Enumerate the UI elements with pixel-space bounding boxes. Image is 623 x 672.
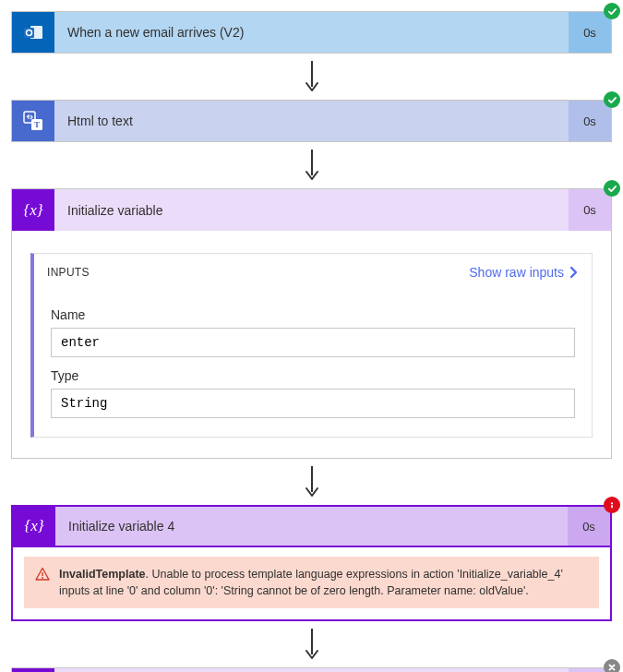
variable-icon: {x} [12, 189, 54, 231]
svg-point-9 [611, 502, 613, 504]
inputs-panel: INPUTS Show raw inputs Name Type [30, 253, 593, 438]
status-badge-success [604, 91, 620, 108]
status-badge-skipped [604, 659, 620, 672]
show-raw-inputs-link[interactable]: Show raw inputs [469, 265, 579, 280]
step-error-body: InvalidTemplate. Unable to process templ… [11, 547, 612, 621]
flow-step-initialize-variable-2[interactable]: {x} Initialize variable 2 0s [11, 667, 612, 672]
connector-arrow [11, 61, 612, 92]
field-label-type: Type [51, 368, 575, 383]
field-value-type[interactable] [51, 389, 575, 418]
flow-step-initialize-variable-4[interactable]: {x} Initialize variable 4 0s InvalidTemp… [11, 505, 612, 621]
field-value-name[interactable] [51, 328, 575, 357]
outlook-icon [12, 12, 54, 53]
variable-icon: {x} [13, 507, 55, 546]
svg-text:T: T [34, 120, 40, 129]
flow-step-trigger[interactable]: When a new email arrives (V2) 0s [11, 11, 612, 54]
flow-step-initialize-variable[interactable]: {x} Initialize variable 0s INPUTS Show r… [11, 188, 612, 459]
status-badge-success [604, 3, 620, 19]
status-badge-error [604, 497, 620, 513]
warning-icon [35, 567, 50, 582]
field-label-name: Name [51, 307, 575, 322]
inputs-panel-title: INPUTS [47, 266, 90, 279]
error-text: InvalidTemplate. Unable to process templ… [59, 566, 588, 599]
connector-arrow [11, 629, 612, 660]
step-title: Initialize variable [54, 189, 569, 231]
html-to-text-icon: T [12, 101, 54, 141]
connector-arrow [11, 466, 612, 498]
step-title: Html to text [54, 101, 569, 141]
status-badge-success [604, 180, 620, 197]
flow-step-html-to-text[interactable]: T Html to text 0s [11, 100, 612, 142]
svg-point-12 [42, 577, 43, 579]
step-title: Initialize variable 2 [54, 668, 569, 672]
step-title: When a new email arrives (V2) [54, 12, 569, 53]
svg-rect-1 [24, 28, 34, 38]
connector-arrow [11, 150, 612, 181]
step-duration: 0s [568, 507, 610, 546]
variable-icon: {x} [12, 668, 54, 672]
error-banner: InvalidTemplate. Unable to process templ… [24, 557, 599, 608]
step-duration: 0s [569, 12, 611, 53]
svg-rect-10 [611, 505, 613, 508]
step-duration: 0s [569, 189, 611, 231]
step-title: Initialize variable 4 [55, 507, 568, 546]
step-expanded-body: INPUTS Show raw inputs Name Type [11, 231, 612, 459]
chevron-right-icon [569, 266, 579, 279]
step-duration: 0s [569, 101, 611, 141]
